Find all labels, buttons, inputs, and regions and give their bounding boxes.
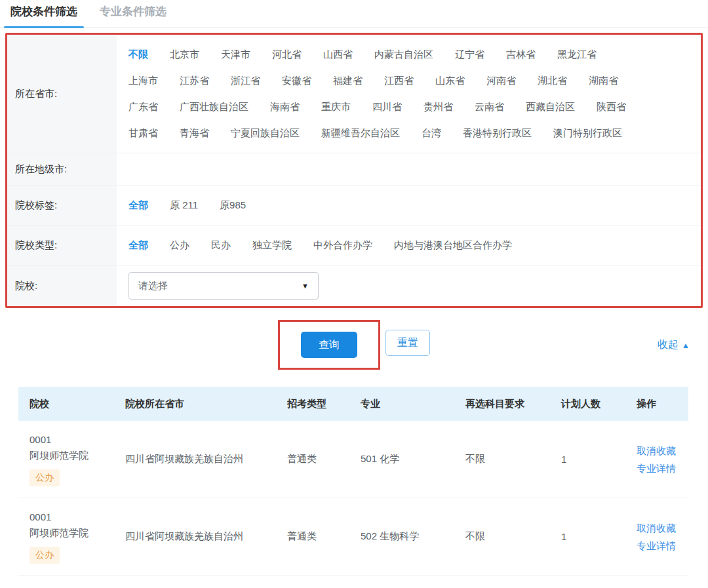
province-option[interactable]: 西藏自治区 [526, 101, 575, 113]
school-type-badge: 公办 [30, 547, 60, 564]
major-detail-link[interactable]: 专业详情 [637, 537, 688, 555]
column-header: 招考类型 [287, 398, 361, 410]
province-option[interactable]: 广东省 [128, 101, 158, 113]
exam-type-cell: 普通类 [287, 453, 361, 465]
collapse-link[interactable]: 收起 ▲ [658, 338, 690, 352]
province-option[interactable]: 不限 [128, 49, 148, 61]
school-select[interactable]: 请选择 ▼ [128, 272, 319, 300]
type-option[interactable]: 全部 [128, 239, 148, 252]
tab-major-filter[interactable]: 专业条件筛选 [96, 0, 170, 27]
province-option[interactable]: 湖南省 [589, 75, 618, 87]
filter-panel-annotated: 所在省市: 不限北京市天津市河北省山西省内蒙古自治区辽宁省吉林省黑龙江省上海市江… [5, 33, 703, 308]
province-option[interactable]: 贵州省 [423, 101, 453, 113]
tag-options: 全部原 211原985 [128, 192, 267, 218]
school-type-badge: 公办 [30, 469, 60, 486]
province-option[interactable]: 甘肃省 [128, 127, 158, 140]
province-option[interactable]: 黑龙江省 [557, 49, 597, 61]
school-name: 阿坝师范学院 [30, 448, 125, 463]
province-option-line: 甘肃省青海省宁夏回族自治区新疆维吾尔自治区台湾香港特别行政区澳门特别行政区 [128, 120, 648, 146]
province-option[interactable]: 北京市 [170, 49, 199, 61]
filter-row-school: 院校: 请选择 ▼ [7, 265, 701, 306]
school-cell: 0001阿坝师范学院公办 [30, 432, 125, 486]
type-options-wrap: 全部公办民办独立学院中外合作办学内地与港澳台地区合作办学 [117, 225, 701, 265]
school-select-placeholder: 请选择 [138, 280, 168, 292]
type-options: 全部公办民办独立学院中外合作办学内地与港澳台地区合作办学 [128, 232, 534, 258]
type-option[interactable]: 公办 [170, 239, 189, 252]
province-label: 所在省市: [7, 35, 117, 153]
query-button[interactable]: 查询 [301, 332, 357, 358]
school-cell: 0001阿坝师范学院公办 [30, 509, 125, 564]
province-option[interactable]: 重庆市 [321, 101, 351, 113]
province-option[interactable]: 山西省 [323, 49, 353, 61]
table-body: 0001阿坝师范学院公办四川省阿坝藏族羌族自治州普通类501 化学不限1取消收藏… [18, 421, 688, 576]
province-option[interactable]: 浙江省 [231, 75, 260, 87]
tab-school-filter[interactable]: 院校条件筛选 [7, 0, 81, 27]
province-option[interactable]: 江苏省 [180, 75, 209, 87]
operations-cell: 取消收藏专业详情 [637, 519, 688, 555]
plan-count-cell: 1 [561, 531, 637, 542]
type-option[interactable]: 独立学院 [252, 239, 292, 252]
triangle-up-icon: ▲ [682, 341, 690, 350]
province-option[interactable]: 广西壮族自治区 [180, 101, 248, 113]
province-option[interactable]: 山东省 [435, 75, 465, 87]
province-option[interactable]: 江西省 [384, 75, 414, 87]
major-detail-link[interactable]: 专业详情 [637, 460, 688, 477]
filter-row-province: 所在省市: 不限北京市天津市河北省山西省内蒙古自治区辽宁省吉林省黑龙江省上海市江… [7, 35, 701, 153]
column-header: 操作 [637, 398, 688, 410]
province-option[interactable]: 云南省 [475, 101, 504, 113]
province-option[interactable]: 海南省 [270, 101, 300, 113]
reset-button[interactable]: 重置 [385, 330, 430, 356]
province-option[interactable]: 新疆维吾尔自治区 [321, 127, 400, 140]
province-option[interactable]: 福建省 [333, 75, 363, 87]
tag-option[interactable]: 原985 [220, 199, 246, 212]
province-option[interactable]: 陕西省 [597, 101, 626, 113]
filter-row-type: 院校类型: 全部公办民办独立学院中外合作办学内地与港澳台地区合作办学 [7, 225, 701, 265]
province-option[interactable]: 河北省 [272, 49, 302, 61]
type-label: 院校类型: [7, 225, 117, 265]
major-cell: 502 生物科学 [361, 530, 465, 543]
province-options: 不限北京市天津市河北省山西省内蒙古自治区辽宁省吉林省黑龙江省上海市江苏省浙江省安… [128, 41, 648, 146]
province-option[interactable]: 吉林省 [506, 49, 536, 61]
subject-requirement-cell: 不限 [465, 530, 561, 543]
chevron-down-icon: ▼ [302, 282, 309, 290]
type-option[interactable]: 中外合作办学 [313, 239, 372, 252]
tag-option[interactable]: 原 211 [170, 199, 198, 212]
cancel-favorite-link[interactable]: 取消收藏 [637, 442, 688, 460]
tag-option[interactable]: 全部 [128, 199, 148, 212]
province-option[interactable]: 四川省 [372, 101, 402, 113]
results-table: 院校院校所在省市招考类型专业再选科目要求计划人数操作 0001阿坝师范学院公办四… [18, 387, 688, 576]
province-options-wrap: 不限北京市天津市河北省山西省内蒙古自治区辽宁省吉林省黑龙江省上海市江苏省浙江省安… [117, 35, 701, 153]
table-row: 0001阿坝师范学院公办四川省阿坝藏族羌族自治州普通类501 化学不限1取消收藏… [18, 421, 688, 498]
province-option[interactable]: 上海市 [128, 75, 158, 87]
province-option-line: 上海市江苏省浙江省安徽省福建省江西省山东省河南省湖北省湖南省 [128, 68, 648, 94]
province-option[interactable]: 香港特别行政区 [463, 127, 532, 140]
page: 院校条件筛选 专业条件筛选 所在省市: 不限北京市天津市河北省山西省内蒙古自治区… [0, 0, 708, 588]
province-option[interactable]: 天津市 [221, 49, 250, 61]
province-option[interactable]: 内蒙古自治区 [374, 49, 433, 61]
school-select-wrap: 请选择 ▼ [117, 265, 701, 306]
province-option[interactable]: 青海省 [180, 127, 209, 140]
collapse-label: 收起 [658, 338, 678, 352]
tag-label: 院校标签: [7, 186, 117, 225]
type-option[interactable]: 民办 [211, 239, 231, 252]
type-option[interactable]: 内地与港澳台地区合作办学 [394, 239, 512, 252]
province-option[interactable]: 辽宁省 [455, 49, 484, 61]
column-header: 院校 [30, 398, 125, 410]
school-name: 阿坝师范学院 [30, 525, 125, 541]
province-option[interactable]: 台湾 [422, 127, 441, 140]
cancel-favorite-link[interactable]: 取消收藏 [637, 519, 688, 537]
filter-row-tag: 院校标签: 全部原 211原985 [7, 186, 701, 225]
province-option[interactable]: 湖北省 [538, 75, 567, 87]
city-label: 所在地级市: [7, 153, 117, 185]
province-option[interactable]: 河南省 [486, 75, 516, 87]
province-option[interactable]: 宁夏回族自治区 [231, 127, 300, 140]
school-label: 院校: [7, 265, 117, 306]
tab-bar: 院校条件筛选 专业条件筛选 [0, 0, 708, 28]
province-option[interactable]: 安徽省 [282, 75, 311, 87]
province-option[interactable]: 澳门特别行政区 [553, 127, 622, 140]
province-option-line: 不限北京市天津市河北省山西省内蒙古自治区辽宁省吉林省黑龙江省 [128, 41, 648, 68]
school-code: 0001 [30, 432, 125, 448]
school-province-cell: 四川省阿坝藏族羌族自治州 [125, 453, 287, 465]
filter-row-city: 所在地级市: [7, 153, 701, 186]
major-cell: 501 化学 [361, 453, 465, 465]
